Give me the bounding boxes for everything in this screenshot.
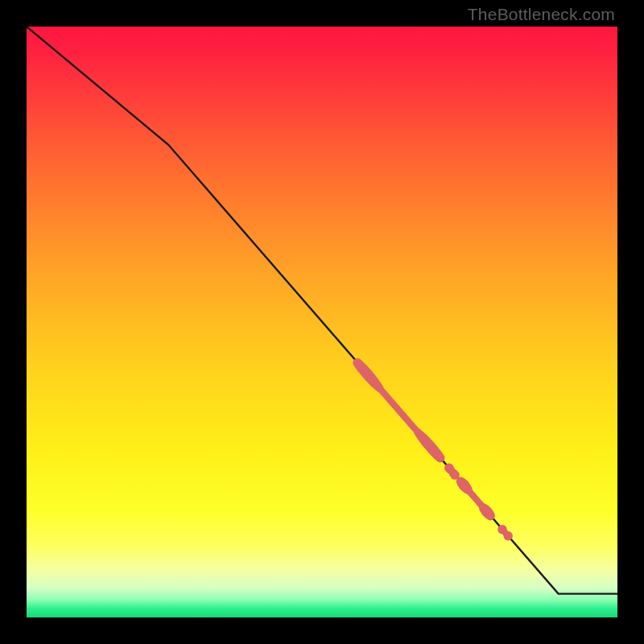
plot-area [27,27,617,617]
curve-group [27,27,617,594]
dotted-highlights [353,358,513,541]
highlight-dot [436,453,444,462]
watermark-text: TheBottleneck.com [468,5,615,24]
highlight-dot [504,531,513,540]
chart-frame: TheBottleneck.com [0,0,644,644]
main-curve [27,27,617,594]
chart-overlay [27,27,617,617]
highlight-dot [486,511,495,520]
